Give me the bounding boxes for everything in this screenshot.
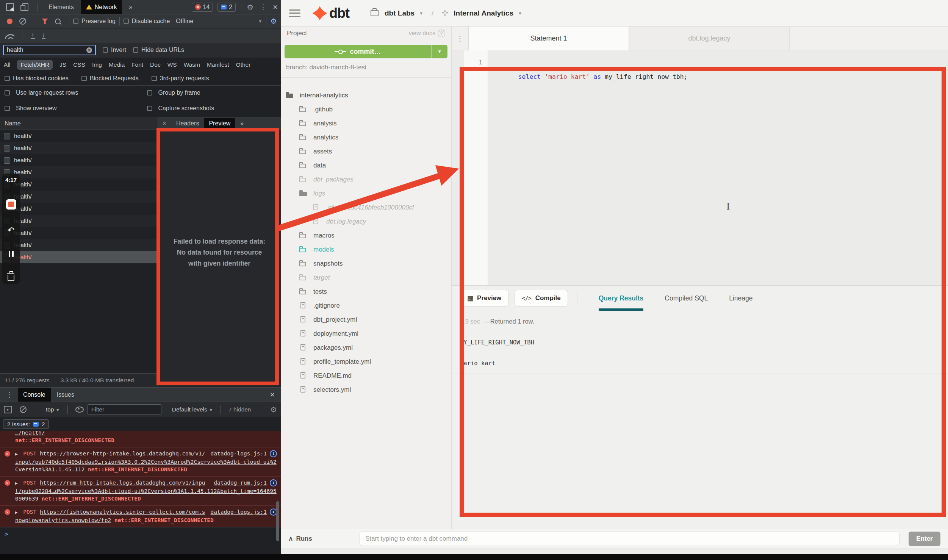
account-switcher[interactable]: dbt Labs ▼	[371, 9, 423, 17]
request-type-chip[interactable]: Media	[109, 61, 125, 68]
network-request-row[interactable]: health/	[0, 227, 158, 239]
tab-console[interactable]: Console	[18, 388, 51, 402]
help-icon[interactable]: ?	[438, 30, 445, 37]
name-column-header[interactable]: Name	[0, 117, 158, 130]
console-error-partial[interactable]: …/health/ net::ERR_INTERNET_DISCONNECTED	[0, 431, 281, 447]
network-request-row[interactable]: health/	[0, 154, 158, 166]
record-icon[interactable]	[7, 19, 13, 24]
console-error-message[interactable]: ✕ datadog-logs.js:1 ↕ ▶ POST https://bro…	[0, 447, 281, 476]
request-type-chip[interactable]: Doc	[150, 61, 161, 68]
network-request-row[interactable]: health/	[0, 215, 158, 227]
log-levels-select[interactable]: Default levels ▼	[172, 406, 213, 413]
file-tree-item[interactable]: analytics	[281, 130, 451, 144]
view-docs-link[interactable]: view docs	[409, 30, 435, 37]
throttling-caret-icon[interactable]: ▼	[258, 19, 262, 23]
network-option-checkbox[interactable]: Blocked Requests	[81, 75, 139, 82]
dbt-logo[interactable]: dbt	[312, 5, 349, 21]
console-error-message[interactable]: ✕ datadog-rum.js:1 ↕ ▶ POST https://rum-…	[0, 476, 281, 505]
network-option-checkbox[interactable]: Show overview	[5, 105, 134, 112]
network-request-row[interactable]: health/	[0, 178, 158, 191]
network-option-checkbox[interactable]: 3rd-party requests	[152, 75, 209, 82]
close-detail-icon[interactable]: ×	[158, 120, 171, 127]
file-tree-item[interactable]: dbt_project.yml	[281, 313, 451, 327]
editor-tab[interactable]: dbt.log.legacy	[629, 27, 790, 50]
console-error-message[interactable]: ✕ datadog-logs.js:1 ↕ ▶ POST https://fis…	[0, 505, 281, 527]
request-type-chip[interactable]: Wasm	[184, 61, 200, 68]
devtools-close-icon[interactable]: ×	[273, 3, 278, 11]
file-tree-item[interactable]: packages.yml	[281, 341, 451, 355]
file-tree-item[interactable]: .nf…3665c416bfecb1000000cf	[281, 200, 451, 214]
request-type-chip[interactable]: Font	[131, 61, 143, 68]
network-request-row[interactable]: health/	[0, 166, 158, 178]
context-select[interactable]: top ▼	[46, 406, 60, 413]
tab-issues[interactable]: Issues	[52, 389, 80, 401]
live-expression-icon[interactable]	[75, 407, 84, 413]
console-menu-icon[interactable]: ⋮	[2, 391, 17, 398]
runs-toggle[interactable]: ∧ Runs	[288, 535, 353, 543]
preserve-log-checkbox[interactable]: Preserve log	[73, 18, 116, 25]
pause-icon[interactable]	[9, 251, 14, 257]
trash-icon[interactable]	[8, 275, 14, 281]
request-type-chip[interactable]: JS	[59, 61, 66, 68]
filter-icon[interactable]	[42, 19, 48, 24]
more-tabs-chevron[interactable]: »	[124, 1, 138, 13]
file-tree-item[interactable]: .github	[281, 102, 451, 116]
issues-counter-button[interactable]: 2 Issues: 2	[3, 419, 49, 429]
console-scrollbar[interactable]	[276, 501, 279, 541]
file-tree-item[interactable]: selectors.yml	[281, 383, 451, 397]
request-type-chip[interactable]: Other	[236, 61, 251, 68]
console-prompt[interactable]: >	[0, 527, 281, 538]
file-tree-item[interactable]: models	[281, 242, 451, 257]
search-icon[interactable]	[55, 19, 61, 24]
editor-tab[interactable]: Statement 1	[468, 27, 629, 50]
network-request-row[interactable]: health/	[0, 203, 158, 215]
inspect-icon[interactable]	[6, 3, 14, 11]
file-tree-item[interactable]: data	[281, 158, 451, 172]
request-type-chip[interactable]: CSS	[73, 61, 85, 68]
request-type-chip[interactable]: Manifest	[207, 61, 229, 68]
request-type-chip[interactable]: Img	[92, 61, 102, 68]
tab-network[interactable]: Network	[81, 0, 122, 14]
network-request-row[interactable]: health/	[0, 191, 158, 203]
clear-icon[interactable]	[19, 18, 26, 25]
expand-triangle-icon[interactable]: ▶	[15, 481, 18, 486]
file-tree-item[interactable]: README.md	[281, 369, 451, 383]
network-option-checkbox[interactable]: Use large request rows	[5, 89, 134, 96]
network-option-checkbox[interactable]: Capture screenshots	[147, 105, 277, 112]
expand-triangle-icon[interactable]: ▶	[15, 510, 18, 515]
console-settings-gear-icon[interactable]: ⚙	[270, 406, 277, 413]
network-conditions-icon[interactable]	[5, 33, 14, 39]
file-tree-item[interactable]: logs	[281, 186, 451, 200]
request-type-chip[interactable]: Fetch/XHR	[17, 60, 53, 70]
file-tree-item[interactable]: profile_template.yml	[281, 355, 451, 369]
network-request-row[interactable]: health/	[0, 142, 158, 154]
network-request-row[interactable]: health/	[0, 251, 158, 263]
export-har-icon[interactable]: ↓	[42, 33, 46, 39]
expand-triangle-icon[interactable]: ▶	[15, 452, 18, 457]
source-link[interactable]: datadog-rum.js:1	[214, 479, 267, 486]
invert-checkbox[interactable]: Invert	[103, 47, 126, 53]
editor-tabs-menu-icon[interactable]: ⋮	[452, 27, 468, 50]
network-option-checkbox[interactable]: Group by frame	[147, 89, 277, 96]
file-tree-item[interactable]: .gitignore	[281, 299, 451, 313]
file-tree-item[interactable]: dbt_packages	[281, 172, 451, 186]
import-har-icon[interactable]: ↑	[31, 33, 35, 39]
file-tree-item[interactable]: snapshots	[281, 257, 451, 271]
tab-elements[interactable]: Elements	[43, 1, 79, 13]
clear-filter-icon[interactable]: ✕	[86, 47, 92, 53]
devtools-menu-icon[interactable]: ⋮	[260, 3, 267, 11]
console-sidebar-icon[interactable]: ▸	[4, 406, 12, 413]
source-link[interactable]: datadog-logs.js:1	[211, 450, 267, 457]
file-tree-item[interactable]: target	[281, 271, 451, 285]
device-toolbar-icon[interactable]	[22, 3, 28, 11]
issue-count-badge[interactable]: 2	[217, 3, 236, 12]
project-switcher[interactable]: Internal Analytics ▼	[442, 9, 522, 17]
enter-button[interactable]: Enter	[909, 532, 940, 546]
settings-gear-icon[interactable]: ⚙	[247, 3, 253, 11]
dbt-command-input[interactable]: Start typing to enter a dbt command	[360, 532, 900, 546]
file-tree-item[interactable]: deployment.yml	[281, 327, 451, 341]
disable-cache-checkbox[interactable]: Disable cache	[124, 18, 170, 25]
console-clear-icon[interactable]	[20, 406, 27, 413]
commit-dropdown-chevron[interactable]: ▼	[431, 45, 447, 58]
throttling-select[interactable]: Offline	[176, 18, 193, 25]
